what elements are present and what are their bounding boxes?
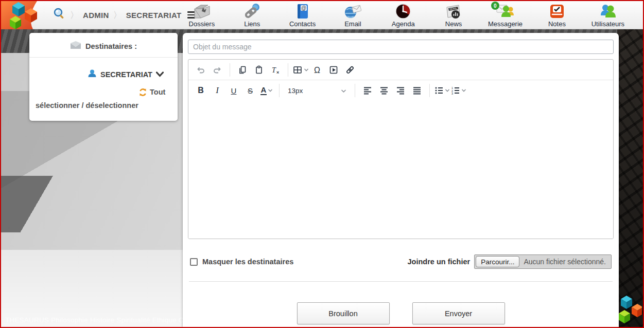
toolbar-separator: [355, 84, 355, 97]
svg-text:3: 3: [451, 92, 453, 95]
nav-label: Contacts: [289, 20, 316, 28]
messagerie-badge: 0: [491, 2, 499, 10]
align-right-button[interactable]: [392, 82, 409, 99]
font-color-a-glyph: A: [260, 86, 267, 96]
app-logo[interactable]: [1, 1, 48, 29]
nav-item-email[interactable]: Email: [337, 2, 369, 28]
hide-recipients-checkbox[interactable]: [190, 258, 198, 266]
font-size-value: 13px: [288, 87, 303, 95]
bold-button[interactable]: B: [193, 82, 209, 99]
undo-button[interactable]: [193, 62, 209, 78]
background-light-area: [1, 250, 186, 327]
hide-recipients-label: Masquer les destinataires: [202, 258, 293, 266]
divider: [29, 57, 178, 58]
special-character-button[interactable]: Ω: [309, 62, 325, 78]
search-icon[interactable]: [53, 7, 66, 23]
strikethrough-button[interactable]: S: [242, 82, 258, 99]
top-navbar: 〉 ADMIN 〉 SECRETARIAT Dossiers: [1, 1, 643, 29]
nav-label: Liens: [244, 20, 260, 28]
align-center-button[interactable]: [376, 82, 392, 99]
nav-item-utilisateurs[interactable]: Utilisateurs: [591, 2, 624, 28]
background-building-corner: [1, 176, 63, 232]
svg-text:Ω: Ω: [314, 65, 320, 74]
nav-label: Utilisateurs: [591, 20, 624, 28]
select-all-toggle[interactable]: Tout sélectionner / déselectionner: [33, 87, 173, 112]
align-left-button[interactable]: [359, 82, 376, 99]
breadcrumb-chevron: 〉: [70, 9, 79, 21]
chevron-down-icon: [268, 88, 273, 93]
attach-file-section: Joindre un fichier Parcourir... Aucun fi…: [408, 254, 612, 269]
editor-toolbar-row-2: B I U S A 13px: [188, 80, 613, 101]
nav-item-liens[interactable]: Liens: [236, 2, 268, 28]
newspaper-icon: NEWS: [444, 2, 463, 20]
browse-button[interactable]: Parcourir...: [476, 256, 519, 267]
nav-label: Agenda: [392, 20, 415, 28]
recipients-header: Destinataires :: [33, 38, 173, 57]
svg-text:@: @: [301, 5, 306, 11]
recipients-panel: Destinataires : SECRETARIAT: [29, 33, 178, 121]
send-button[interactable]: Envoyer: [412, 302, 505, 324]
address-book-icon: @: [294, 2, 311, 20]
paste-button[interactable]: [251, 62, 267, 78]
insert-media-button[interactable]: [325, 62, 342, 78]
compose-options: Masquer les destinataires Joindre un fic…: [188, 254, 614, 269]
toolbar-separator: [279, 84, 280, 97]
chevron-down-icon: [461, 88, 466, 93]
draft-button[interactable]: Brouillon: [297, 302, 390, 324]
nav-item-messagerie[interactable]: 0 Messagerie: [488, 2, 523, 28]
clock-icon: [395, 2, 411, 20]
nav-item-news[interactable]: NEWS News: [438, 2, 469, 28]
font-size-dropdown[interactable]: 13px: [284, 82, 351, 99]
svg-text:T: T: [272, 66, 276, 74]
nav-label: Email: [344, 20, 361, 28]
insert-table-button[interactable]: [292, 62, 309, 78]
insert-link-button[interactable]: [342, 62, 358, 78]
chevron-down-icon: [304, 68, 309, 72]
nav-label: Dossiers: [189, 20, 215, 28]
rich-text-editor: T × Ω: [188, 59, 614, 239]
toolbar-separator: [288, 63, 288, 77]
nav-label: Messagerie: [488, 20, 523, 28]
nav-item-notes[interactable]: Notes: [541, 2, 573, 28]
users-icon: [599, 2, 617, 20]
file-input[interactable]: Parcourir... Aucun fichier sélectionné.: [474, 254, 612, 269]
breadcrumb-chevron: 〉: [113, 9, 122, 21]
underline-button[interactable]: U: [225, 82, 242, 99]
font-color-button[interactable]: A: [258, 82, 275, 99]
breadcrumb-item-admin[interactable]: ADMIN: [83, 11, 109, 20]
folder-icon: [193, 2, 211, 20]
redo-button[interactable]: [209, 62, 225, 78]
copy-button[interactable]: [234, 62, 251, 78]
nav-label: News: [445, 20, 462, 28]
background-dark-building: [617, 29, 643, 327]
nav-item-agenda[interactable]: Agenda: [387, 2, 419, 28]
attach-file-label: Joindre un fichier: [408, 258, 471, 266]
nav-item-dossiers[interactable]: Dossiers: [186, 2, 218, 28]
justify-button[interactable]: [409, 82, 425, 99]
refresh-icon: [87, 88, 147, 100]
email-globe-icon: [343, 2, 362, 20]
no-file-text: Aucun fichier sélectionné.: [524, 258, 606, 266]
chevron-down-icon: [445, 88, 450, 93]
divider: [189, 281, 613, 282]
toolbar-separator: [230, 63, 230, 77]
subject-input[interactable]: [188, 40, 614, 54]
toolbar-separator: [429, 84, 430, 97]
envelope-icon: [70, 41, 81, 51]
recipients-title: Destinataires :: [85, 42, 137, 50]
link-globe-icon: [243, 2, 262, 20]
message-body-editor[interactable]: [188, 101, 613, 239]
numbered-list-button[interactable]: 123: [450, 82, 467, 99]
recipient-group-label: SECRETARIAT: [100, 70, 152, 79]
recipient-group-secretariat[interactable]: SECRETARIAT: [33, 69, 173, 80]
bullet-list-button[interactable]: [434, 82, 450, 99]
compose-actions: Brouillon Envoyer: [188, 302, 614, 324]
nav-label: Notes: [548, 20, 566, 28]
svg-text:×: ×: [276, 70, 279, 75]
hide-recipients-option[interactable]: Masquer les destinataires: [190, 258, 293, 266]
nav-item-contacts[interactable]: @ Contacts: [287, 2, 319, 28]
editor-toolbar-row-1: T × Ω: [188, 60, 613, 80]
nav-items: Dossiers Liens: [173, 1, 643, 29]
remove-format-button[interactable]: T ×: [267, 62, 284, 78]
italic-button[interactable]: I: [209, 82, 225, 99]
